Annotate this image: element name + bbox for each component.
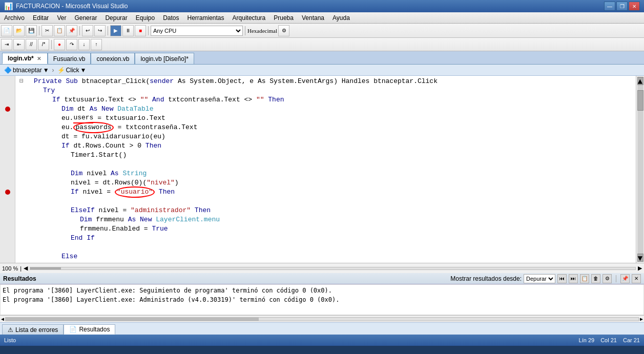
restore-button[interactable]: ❐ [616, 2, 628, 11]
code-line-20: Else [19, 252, 632, 261]
code-line-21: Static intento As Integer [19, 261, 632, 263]
lightning-icon: ⚡ [57, 67, 65, 74]
code-line-1: ⊟ Private Sub btnaceptar_Click(sender As… [19, 77, 632, 86]
breadcrumb-separator: › [52, 67, 54, 74]
code-line-8: If dt.Rows.Count > 0 Then [19, 141, 632, 151]
extra-btn1[interactable]: ⚙ [278, 25, 289, 36]
output-h-scrollbar[interactable]: ◀ ▶ [0, 315, 644, 322]
code-line-19 [19, 243, 632, 252]
menu-herramientas[interactable]: Herramientas [183, 12, 228, 23]
code-line-4: Dim dt As New DataTable [19, 105, 632, 114]
close-button[interactable]: ✕ [629, 2, 640, 11]
menu-ventana[interactable]: Ventana [298, 12, 328, 23]
menu-generar[interactable]: Generar [70, 12, 101, 23]
comment-btn[interactable]: // [26, 39, 37, 50]
tab-login-design[interactable]: login.vb [Diseño]* [135, 53, 194, 64]
target-combo[interactable]: Any CPU [151, 26, 243, 36]
pin-button[interactable]: 📌 [620, 274, 630, 283]
menu-ver[interactable]: Ver [53, 12, 70, 23]
undo-btn[interactable]: ↩ [82, 25, 93, 36]
breadcrumb-member[interactable]: ⚡ Click ▼ [55, 67, 89, 74]
pause-btn[interactable]: ⏸ [122, 25, 134, 36]
stop-btn[interactable]: ■ [135, 25, 146, 36]
new-file-btn[interactable]: 📄 [1, 25, 12, 36]
filter-label: Mostrar resultados desde: [450, 275, 522, 282]
output-panel-title: Resultados [3, 275, 36, 282]
horizontal-scrollbar-thumb[interactable] [30, 267, 61, 269]
tab-conexion[interactable]: conexion.vb [91, 53, 135, 64]
save-btn[interactable]: 💾 [26, 25, 37, 36]
output-btn-2[interactable]: ⏭ [569, 274, 578, 283]
uncomment-btn[interactable]: /* [38, 39, 49, 50]
code-area[interactable]: ⊟ Private Sub btnaceptar_Click(sender As… [15, 76, 636, 263]
zoom-scroll-right[interactable]: ▶ [638, 265, 642, 272]
h-scroll-left[interactable]: ◀ [1, 316, 4, 322]
scroll-track[interactable] [637, 85, 643, 254]
menu-editar[interactable]: Editar [29, 12, 53, 23]
debug-btn[interactable]: ▶ [110, 25, 121, 36]
gutter-line-3 [0, 95, 15, 105]
gutter-line-8 [0, 141, 15, 151]
menu-prueba[interactable]: Prueba [269, 12, 298, 23]
sep2 [79, 26, 80, 35]
output-btn-4[interactable]: 🗑 [591, 274, 600, 283]
code-line-14 [19, 197, 632, 206]
output-line-1: El programa '[3860] LayerClient.exe: Seg… [3, 286, 641, 295]
paste-btn[interactable]: 📌 [66, 25, 77, 36]
horizontal-scrollbar-track[interactable] [30, 267, 636, 270]
tab-login-vb-label: login.vb* [8, 55, 34, 62]
gutter-line-9 [0, 151, 15, 160]
code-panel[interactable]: ⊟ Private Sub btnaceptar_Click(sender As… [15, 76, 636, 263]
tab-lista-errores[interactable]: ⚠ Lista de errores [2, 324, 64, 335]
scroll-up-arrow[interactable]: ▲ [637, 77, 643, 85]
indent-btn[interactable]: ⇥ [1, 39, 12, 50]
output-btn-1[interactable]: ⏮ [557, 274, 567, 283]
filter-combo[interactable]: Depurar [524, 274, 555, 283]
menu-archivo[interactable]: Archivo [0, 12, 29, 23]
status-line: Lín 29 [579, 337, 595, 343]
window-title: FACTURACION - Microsoft Visual Studio [16, 3, 128, 10]
tab-fusuario[interactable]: Fusuario.vb [48, 53, 91, 64]
menu-equipo[interactable]: Equipo [132, 12, 159, 23]
gutter-line-6 [0, 123, 15, 132]
h-scroll-thumb[interactable] [6, 318, 259, 321]
output-btn-3[interactable]: 📋 [580, 274, 589, 283]
scroll-thumb[interactable] [637, 90, 643, 111]
class-icon: 🔷 [4, 67, 12, 74]
menu-arquitectura[interactable]: Arquitectura [228, 12, 270, 23]
status-right: Lín 29 Col 21 Car 21 [579, 337, 640, 343]
cut-btn[interactable]: ✂ [41, 25, 53, 36]
tab-resultados[interactable]: 📄 Resultados [64, 324, 115, 335]
tab-login-vb[interactable]: login.vb* ✕ [2, 53, 48, 64]
open-btn[interactable]: 📂 [13, 25, 25, 36]
minimize-button[interactable]: — [604, 2, 615, 11]
output-btn-5[interactable]: ⚙ [603, 274, 612, 283]
tab-fusuario-label: Fusuario.vb [53, 55, 86, 63]
copy-btn[interactable]: 📋 [54, 25, 65, 36]
zoom-scroll-left[interactable]: ◀ [24, 265, 28, 272]
vertical-scrollbar[interactable]: ▲ ▼ [636, 76, 644, 263]
unindent-btn[interactable]: ⇤ [13, 39, 25, 50]
menu-depurar[interactable]: Depurar [101, 12, 131, 23]
redo-btn[interactable]: ↪ [94, 25, 106, 36]
scroll-down-arrow[interactable]: ▼ [637, 254, 643, 262]
breakpoint-btn[interactable]: ● [54, 39, 65, 50]
gutter-breakpoint-1 [0, 105, 15, 114]
breadcrumb-member-dropdown[interactable]: ▼ [80, 67, 87, 74]
gutter-line-12 [0, 178, 15, 188]
menu-ayuda[interactable]: Ayuda [328, 12, 354, 23]
tab-login-close[interactable]: ✕ [36, 56, 42, 61]
tab-errores-label: Lista de errores [15, 326, 58, 334]
zoom-separator: | [20, 265, 22, 272]
step-over-btn[interactable]: ↷ [66, 39, 77, 50]
output-close-btn[interactable]: ✕ [632, 274, 641, 283]
menu-datos[interactable]: Datos [159, 12, 183, 23]
h-scroll-right[interactable]: ▶ [640, 316, 643, 322]
tab-strip: login.vb* ✕ Fusuario.vb conexion.vb logi… [0, 51, 644, 65]
step-into-btn[interactable]: ↓ [78, 39, 90, 50]
zoom-level: 100 % [2, 265, 18, 272]
breadcrumb-dropdown-icon[interactable]: ▼ [43, 67, 49, 74]
h-scroll-track[interactable] [5, 317, 639, 321]
step-out-btn[interactable]: ↑ [91, 39, 102, 50]
breadcrumb-class[interactable]: 🔷 btnaceptar ▼ [2, 67, 51, 74]
